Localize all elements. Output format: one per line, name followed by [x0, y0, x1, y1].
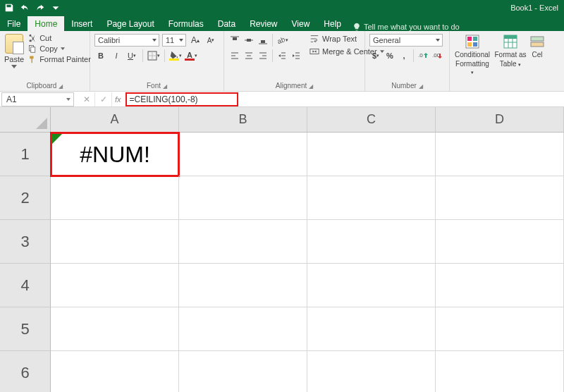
increase-font-button[interactable]: A▴ — [189, 34, 202, 47]
tab-view[interactable]: View — [285, 16, 317, 31]
group-number: General $▾ % , .0 .00 Number◢ — [365, 31, 450, 91]
cell-d5[interactable] — [436, 307, 564, 351]
fill-color-button[interactable]: ▾ — [169, 49, 182, 62]
dialog-launcher-icon[interactable]: ◢ — [59, 83, 63, 90]
borders-button[interactable]: ▾ — [147, 49, 160, 62]
row-header-6[interactable]: 6 — [0, 351, 51, 392]
save-icon[interactable] — [4, 3, 14, 13]
cell-c1[interactable] — [307, 133, 436, 176]
format-as-table-button[interactable]: Format as Table ▾ — [492, 34, 529, 76]
name-box[interactable]: A1 — [1, 92, 74, 106]
accounting-format-button[interactable]: $▾ — [369, 49, 382, 62]
tab-file[interactable]: File — [0, 16, 27, 31]
align-bottom-button[interactable] — [257, 34, 269, 47]
cut-button[interactable]: Cut — [28, 34, 91, 42]
cell-d2[interactable] — [436, 176, 564, 220]
comma-format-button[interactable]: , — [398, 49, 410, 62]
fx-icon[interactable]: fx — [112, 95, 125, 104]
ribbon-tabs: File Home Insert Page Layout Formulas Da… — [0, 16, 564, 31]
cell-b3[interactable] — [179, 220, 307, 264]
align-left-button[interactable] — [228, 49, 241, 62]
orientation-button[interactable]: ab▾ — [276, 34, 288, 47]
cell-b5[interactable] — [179, 307, 307, 351]
cell-c3[interactable] — [307, 220, 436, 264]
bold-button[interactable]: B — [94, 49, 107, 62]
cell-d1[interactable] — [436, 133, 564, 176]
decrease-font-button[interactable]: A▾ — [204, 34, 217, 47]
dialog-launcher-icon[interactable]: ◢ — [163, 83, 167, 90]
group-font: Calibri 11 A▴ A▾ B I U▾ ▾ ▾ A▾ Font◢ — [90, 31, 224, 91]
qat-customize-icon[interactable] — [51, 3, 61, 13]
svg-rect-32 — [473, 37, 477, 41]
cancel-formula-button[interactable]: ✕ — [78, 92, 95, 106]
align-center-button[interactable] — [243, 49, 255, 62]
tab-help[interactable]: Help — [317, 16, 348, 31]
align-top-button[interactable] — [228, 34, 241, 47]
tab-insert[interactable]: Insert — [64, 16, 99, 31]
tab-formulas[interactable]: Formulas — [161, 16, 211, 31]
percent-format-button[interactable]: % — [384, 49, 396, 62]
cell-a5[interactable] — [51, 307, 179, 351]
cell-a3[interactable] — [51, 220, 179, 264]
row-header-2[interactable]: 2 — [0, 176, 51, 220]
increase-decimal-button[interactable]: .0 — [417, 49, 429, 62]
tab-home[interactable]: Home — [27, 16, 64, 31]
separator — [272, 34, 273, 47]
tab-data[interactable]: Data — [211, 16, 243, 31]
column-header-b[interactable]: B — [179, 107, 307, 133]
italic-button[interactable]: I — [110, 49, 123, 62]
cell-c6[interactable] — [307, 351, 436, 392]
font-size-select[interactable]: 11 — [162, 34, 186, 47]
conditional-formatting-button[interactable]: Conditional Formatting ▾ — [454, 34, 491, 76]
cell-a6[interactable] — [51, 351, 179, 392]
scissors-icon — [28, 34, 37, 42]
cell-styles-button[interactable]: Cel — [530, 34, 544, 76]
copy-button[interactable]: Copy — [28, 44, 91, 53]
font-color-button[interactable]: A▾ — [185, 49, 197, 62]
tab-page-layout[interactable]: Page Layout — [99, 16, 161, 31]
row-header-1[interactable]: 1 — [0, 133, 51, 176]
undo-icon[interactable] — [20, 3, 30, 13]
enter-formula-button[interactable]: ✓ — [95, 92, 112, 106]
cell-d4[interactable] — [436, 264, 564, 307]
cell-d3[interactable] — [436, 220, 564, 264]
decrease-decimal-button[interactable]: .00 — [431, 49, 443, 62]
group-clipboard: Paste Cut Copy Format Painter Cli — [0, 31, 90, 91]
select-all-corner[interactable] — [0, 107, 51, 133]
number-format-select[interactable]: General — [369, 34, 443, 47]
cell-b6[interactable] — [179, 351, 307, 392]
row-header-3[interactable]: 3 — [0, 220, 51, 264]
dialog-launcher-icon[interactable]: ◢ — [419, 83, 423, 90]
redo-icon[interactable] — [35, 3, 45, 13]
decrease-indent-button[interactable] — [276, 49, 288, 62]
cell-a4[interactable] — [51, 264, 179, 307]
align-middle-button[interactable] — [243, 34, 255, 47]
column-header-c[interactable]: C — [307, 107, 436, 133]
cell-a1[interactable]: #NUM! — [51, 133, 179, 176]
cell-c4[interactable] — [307, 264, 436, 307]
column-header-d[interactable]: D — [436, 107, 564, 133]
cell-c5[interactable] — [307, 307, 436, 351]
dialog-launcher-icon[interactable]: ◢ — [309, 83, 313, 90]
row-header-4[interactable]: 4 — [0, 264, 51, 307]
cell-b1[interactable] — [179, 133, 307, 176]
underline-button[interactable]: U▾ — [125, 49, 138, 62]
formula-input[interactable]: =CEILING(100,-8) — [125, 92, 238, 106]
cell-a2[interactable] — [51, 176, 179, 220]
column-header-a[interactable]: A — [51, 107, 179, 133]
cell-d6[interactable] — [436, 351, 564, 392]
increase-indent-button[interactable] — [290, 49, 302, 62]
cell-b2[interactable] — [179, 176, 307, 220]
merge-icon — [309, 47, 319, 56]
paste-icon — [5, 34, 23, 54]
cell-c2[interactable] — [307, 176, 436, 220]
tab-review[interactable]: Review — [243, 16, 284, 31]
format-painter-button[interactable]: Format Painter — [28, 55, 91, 63]
align-right-button[interactable] — [257, 49, 269, 62]
number-group-label: Number — [391, 82, 417, 90]
font-name-select[interactable]: Calibri — [94, 34, 159, 47]
row-header-5[interactable]: 5 — [0, 307, 51, 351]
paste-button[interactable]: Paste — [4, 34, 24, 68]
cell-b4[interactable] — [179, 264, 307, 307]
tell-me[interactable]: Tell me what you want to do — [352, 23, 460, 31]
